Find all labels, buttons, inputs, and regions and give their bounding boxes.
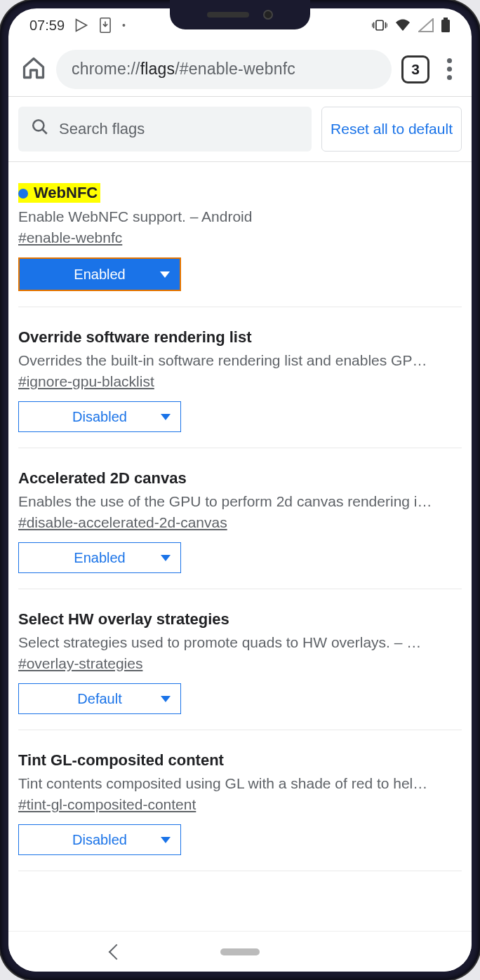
wifi-icon [394,18,411,32]
browser-toolbar: chrome://flags/#enable-webnfc 3 [8,42,472,97]
home-pill[interactable] [220,948,260,955]
tab-count-value: 3 [411,61,420,78]
notch [170,0,310,29]
reset-label: Reset all to default [331,119,453,138]
battery-icon [441,18,451,33]
url-scheme: chrome:// [72,60,140,79]
flag-title: Select HW overlay strategies [18,610,229,629]
play-store-icon [74,18,88,32]
flag-item: WebNFC Enable WebNFC support. – Android … [18,162,462,307]
system-update-icon [98,18,112,33]
search-icon [31,118,49,140]
back-button[interactable] [109,944,125,960]
flag-title: Accelerated 2D canvas [18,469,187,488]
svg-rect-3 [444,18,448,20]
svg-rect-2 [441,20,450,32]
flag-description: Enable WebNFC support. – Android [18,208,462,225]
flag-permalink[interactable]: #overlay-strategies [18,655,142,672]
flag-select[interactable]: Disabled [18,824,181,855]
home-icon[interactable] [21,55,46,83]
chevron-down-icon [161,837,171,843]
chevron-down-icon [160,271,170,278]
flag-select-value: Enabled [74,550,125,566]
flag-item: Tint GL-composited content Tint contents… [18,730,462,871]
flag-description: Tint contents composited using GL with a… [18,775,462,792]
url-path: /#enable-webnfc [175,60,295,79]
modified-dot-icon [18,189,28,199]
phone-frame: 07:59 • [0,0,480,980]
more-notifications-dot: • [122,20,126,31]
search-placeholder: Search flags [59,120,145,138]
address-bar[interactable]: chrome://flags/#enable-webnfc [56,50,392,89]
svg-line-5 [42,129,47,134]
reset-all-button[interactable]: Reset all to default [321,107,462,152]
tab-switcher[interactable]: 3 [401,55,429,83]
flag-select[interactable]: Default [18,683,181,714]
flag-select-value: Disabled [72,832,127,848]
svg-point-4 [33,120,44,130]
flag-item: Override software rendering list Overrid… [18,307,462,448]
screen: 07:59 • [8,8,472,972]
flag-item: Accelerated 2D canvas Enables the use of… [18,448,462,589]
flag-select-value: Disabled [72,409,127,425]
status-time: 07:59 [29,18,65,34]
menu-icon[interactable] [439,58,459,80]
flag-select[interactable]: Disabled [18,401,181,432]
chevron-down-icon [161,414,171,420]
flag-title: WebNFC [18,183,100,203]
flags-toolbar: Search flags Reset all to default [8,97,472,162]
flag-select[interactable]: Enabled [18,542,181,573]
url-host: flags [140,60,175,79]
flag-select-value: Default [77,691,121,707]
vibrate-icon [372,18,387,32]
chevron-down-icon [161,696,171,702]
search-input[interactable]: Search flags [18,107,312,152]
flags-list[interactable]: WebNFC Enable WebNFC support. – Android … [8,162,472,931]
flag-title: Tint GL-composited content [18,751,224,770]
flag-description: Overrides the built-in software renderin… [18,352,462,369]
flag-select-value: Enabled [74,267,125,283]
flag-description: Enables the use of the GPU to perform 2d… [18,493,462,510]
cellular-icon [418,18,434,32]
flag-permalink[interactable]: #ignore-gpu-blacklist [18,373,154,390]
flag-title: Override software rendering list [18,328,252,347]
chevron-down-icon [161,555,171,561]
flag-select[interactable]: Enabled [18,257,181,291]
flag-permalink[interactable]: #enable-webnfc [18,229,122,246]
flag-permalink[interactable]: #disable-accelerated-2d-canvas [18,514,227,531]
flag-description: Select strategies used to promote quads … [18,634,462,651]
system-nav-bar [8,931,472,972]
flag-permalink[interactable]: #tint-gl-composited-content [18,796,196,813]
flag-item: Select HW overlay strategies Select stra… [18,589,462,730]
svg-rect-1 [376,20,383,30]
